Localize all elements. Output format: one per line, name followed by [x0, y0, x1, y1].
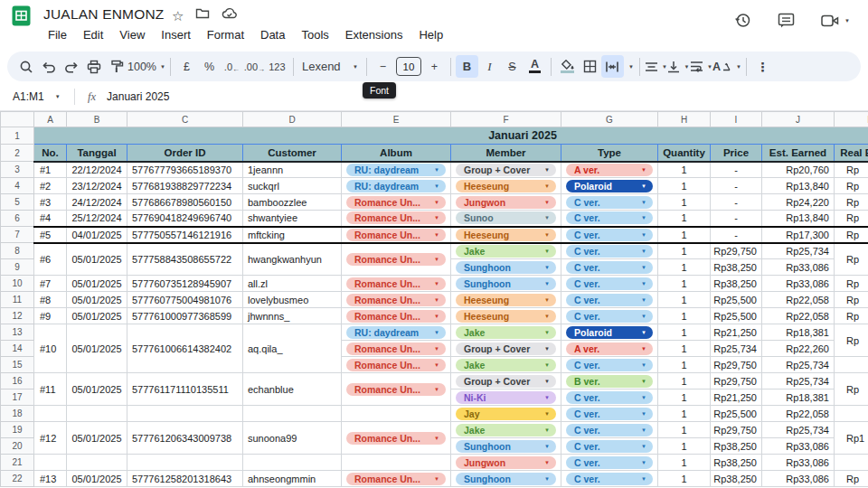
cell-price[interactable]: -: [711, 162, 762, 178]
cell-type[interactable]: C ver.▼: [561, 276, 658, 292]
dropdown-chip[interactable]: Sunghoon▼: [456, 261, 556, 274]
cell-order-id[interactable]: 577761258201318643: [127, 471, 243, 487]
dropdown-chip[interactable]: Sunghoon▼: [456, 277, 556, 290]
meet-video-icon[interactable]: ▼: [821, 14, 850, 28]
cell-quantity[interactable]: 1: [658, 406, 711, 422]
cell-album[interactable]: [342, 455, 451, 471]
cell-no[interactable]: #12: [34, 422, 67, 455]
dropdown-chip[interactable]: C ver.▼: [566, 424, 653, 436]
cell-est-earned[interactable]: Rp18,381: [762, 389, 835, 406]
format-percent-button[interactable]: %: [198, 55, 221, 78]
cell-quantity[interactable]: 1: [658, 373, 711, 389]
comment-icon[interactable]: [778, 13, 795, 29]
cell-order-id[interactable]: 577750557146121916: [127, 227, 243, 243]
cell-est-earned[interactable]: Rp24,220: [762, 194, 835, 211]
cell-no[interactable]: #5: [34, 227, 67, 243]
row-header[interactable]: 20: [1, 438, 34, 455]
cell-no[interactable]: #8: [34, 292, 67, 308]
cell-order-id[interactable]: 577686678980560150: [127, 194, 243, 211]
decrease-decimal-button[interactable]: .0←: [221, 55, 243, 78]
dropdown-chip[interactable]: Romance Un...▼: [346, 196, 446, 209]
dropdown-chip[interactable]: Jay▼: [456, 408, 556, 420]
cell-price[interactable]: -: [711, 194, 762, 211]
column-header[interactable]: K: [835, 112, 868, 127]
cell-album[interactable]: Romance Un...▼: [342, 292, 451, 308]
dropdown-chip[interactable]: C ver.▼: [566, 294, 653, 306]
dropdown-chip[interactable]: Heeseung▼: [456, 310, 556, 323]
cell-est-earned[interactable]: Rp33,086: [762, 471, 835, 487]
dropdown-chip[interactable]: Romance Un...▼: [346, 294, 446, 306]
menu-edit[interactable]: Edit: [75, 26, 111, 43]
cell-real-earned[interactable]: [835, 455, 868, 471]
cell-member[interactable]: Jake▼: [451, 357, 561, 373]
dropdown-chip[interactable]: C ver.▼: [566, 408, 653, 420]
cell-price[interactable]: -: [711, 227, 762, 243]
dropdown-chip[interactable]: C ver.▼: [566, 196, 653, 209]
cell-quantity[interactable]: 1: [658, 341, 711, 357]
text-wrapping-button[interactable]: ▼: [690, 55, 712, 78]
merge-cells-dropdown[interactable]: ▼: [624, 55, 635, 78]
field-header[interactable]: Type: [561, 145, 658, 162]
cell-album[interactable]: Romance Un...▼: [342, 276, 451, 292]
cell-quantity[interactable]: 1: [658, 389, 711, 406]
format-currency-button[interactable]: £: [175, 55, 198, 78]
cell-no[interactable]: #4: [34, 211, 67, 227]
dropdown-chip[interactable]: C ver.▼: [566, 440, 653, 453]
dropdown-chip[interactable]: B ver.▼: [566, 375, 653, 388]
redo-icon[interactable]: [60, 55, 82, 78]
cell-price[interactable]: -: [711, 211, 762, 227]
column-header[interactable]: D: [243, 112, 342, 127]
column-header[interactable]: E: [342, 112, 451, 127]
cell-tanggal[interactable]: 23/12/2024: [67, 178, 127, 194]
field-header[interactable]: Tanggal: [67, 145, 127, 162]
field-header[interactable]: Quantity: [658, 145, 711, 162]
cell-tanggal[interactable]: 05/01/2025: [67, 243, 127, 276]
cell-no[interactable]: #1: [34, 162, 67, 178]
row-header[interactable]: 19: [1, 422, 34, 438]
cell-tanggal[interactable]: 25/12/2024: [67, 211, 127, 227]
cell-order-id[interactable]: 577761206343009738: [127, 422, 243, 455]
dropdown-chip[interactable]: Romance Un...▼: [346, 310, 446, 323]
cell-member[interactable]: Jake▼: [451, 243, 561, 259]
cell-quantity[interactable]: 1: [658, 471, 711, 487]
menu-format[interactable]: Format: [199, 26, 252, 43]
cell-order-id[interactable]: 577681938829772234: [127, 178, 243, 194]
star-icon[interactable]: ☆: [172, 9, 184, 23]
cell-member[interactable]: Sunghoon▼: [451, 438, 561, 455]
cell-price[interactable]: Rp38,250: [711, 276, 762, 292]
cell-member[interactable]: Jungwon▼: [451, 455, 561, 471]
cell-quantity[interactable]: 1: [658, 357, 711, 373]
cell-type[interactable]: C ver.▼: [561, 194, 658, 211]
cell-order-id[interactable]: 577677793665189370: [127, 162, 243, 178]
bold-button[interactable]: B: [456, 55, 478, 78]
cell-real-earned[interactable]: Rp: [835, 162, 868, 178]
undo-icon[interactable]: [37, 55, 60, 78]
field-header[interactable]: Price: [711, 145, 762, 162]
cell-no[interactable]: #10: [34, 324, 67, 373]
menu-insert[interactable]: Insert: [153, 26, 199, 43]
cell-album[interactable]: Romance Un...▼: [342, 341, 451, 357]
menu-help[interactable]: Help: [410, 26, 451, 43]
cell-price[interactable]: Rp25,734: [711, 341, 762, 357]
cell-member[interactable]: Group + Cover▼: [451, 341, 561, 357]
cell-order-id[interactable]: 577760735128945907: [127, 276, 243, 292]
dropdown-chip[interactable]: Romance Un...▼: [346, 383, 446, 396]
cell-quantity[interactable]: 1: [658, 227, 711, 243]
cell-price[interactable]: -: [711, 178, 762, 194]
cell-price[interactable]: Rp38,250: [711, 438, 762, 455]
cell-est-earned[interactable]: Rp13,840: [762, 178, 835, 194]
cell-type[interactable]: C ver.▼: [561, 438, 658, 455]
cell-quantity[interactable]: 1: [658, 292, 711, 308]
italic-button[interactable]: I: [478, 55, 501, 78]
dropdown-chip[interactable]: Sunoo▼: [456, 211, 556, 224]
cell-est-earned[interactable]: Rp25,734: [762, 357, 835, 373]
cell-tanggal[interactable]: 05/01/2025: [67, 292, 127, 308]
row-header[interactable]: 12: [1, 308, 34, 324]
cell-type[interactable]: C ver.▼: [561, 292, 658, 308]
fill-color-button[interactable]: [556, 55, 579, 78]
row-header[interactable]: 17: [1, 389, 34, 406]
dropdown-chip[interactable]: A ver.▼: [566, 343, 653, 355]
cell-customer[interactable]: [243, 406, 342, 422]
dropdown-chip[interactable]: Jungwon▼: [456, 196, 556, 209]
cell-type[interactable]: C ver.▼: [561, 455, 658, 471]
